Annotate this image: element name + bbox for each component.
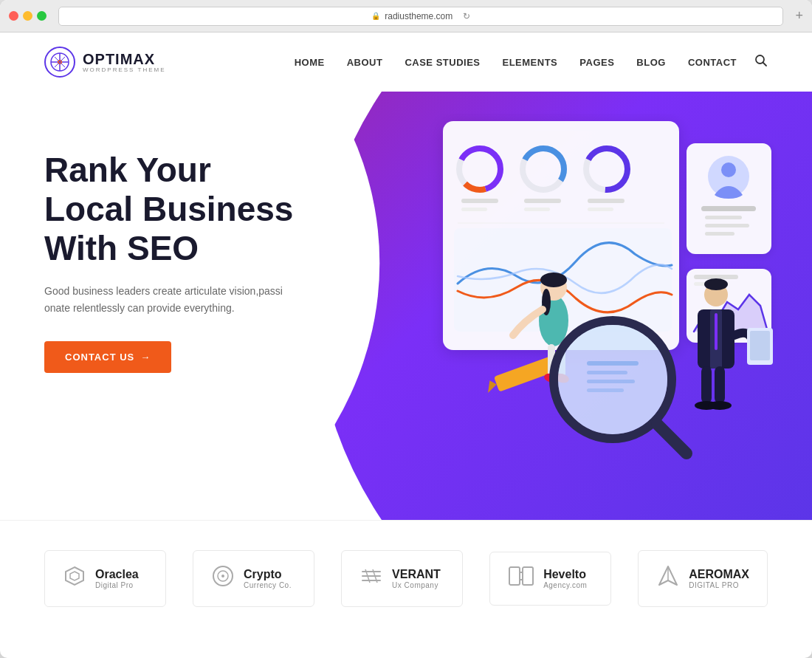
svg-rect-57	[701, 366, 712, 403]
hevelto-text: Hevelto Agency.com	[543, 568, 587, 589]
svg-point-37	[540, 273, 567, 287]
close-button[interactable]	[9, 11, 18, 21]
aeromax-sub: DIGITAL PRO	[689, 581, 749, 589]
nav-case-studies[interactable]: CASE STUDIES	[405, 57, 480, 68]
cta-label: CONTACT US	[65, 352, 134, 363]
nav-links: HOME ABOUT CASE STUDIES ELEMENTS PAGES B…	[295, 55, 737, 69]
contact-us-button[interactable]: CONTACT US →	[44, 341, 171, 373]
svg-point-60	[708, 401, 732, 410]
oraclea-text: Oraclea Digital Pro	[95, 568, 139, 589]
hero-content: Rank Your Local Business With SEO Good b…	[0, 92, 347, 417]
crypto-text: Crypto Currency Co.	[244, 568, 292, 589]
illustration-svg	[399, 114, 782, 483]
svg-rect-46	[587, 361, 639, 366]
verant-sub: Ux Company	[392, 581, 441, 589]
svg-rect-69	[509, 567, 520, 585]
crypto-icon	[211, 564, 235, 593]
site-content: OPTIMAX WORDPRESS THEME HOME ABOUT CASE …	[0, 32, 812, 637]
logo-text: OPTIMAX WORDPRESS THEME	[83, 51, 166, 74]
oraclea-icon	[63, 564, 86, 593]
svg-rect-18	[461, 208, 487, 211]
svg-point-54	[704, 278, 728, 290]
hevelto-name: Hevelto	[543, 568, 587, 581]
svg-rect-48	[587, 380, 635, 383]
svg-rect-58	[715, 366, 725, 403]
clients-strip: Oraclea Digital Pro Crypto Currency Co.	[0, 520, 812, 637]
svg-rect-52	[715, 313, 718, 350]
nav-elements[interactable]: ELEMENTS	[502, 57, 557, 68]
new-tab-button[interactable]: +	[795, 8, 803, 24]
browser-window: 🔒 radiustheme.com ↻ + OPTIM	[0, 0, 812, 658]
nav-contact[interactable]: CONTACT	[688, 57, 737, 68]
oraclea-sub: Digital Pro	[95, 581, 139, 589]
navbar: OPTIMAX WORDPRESS THEME HOME ABOUT CASE …	[0, 32, 812, 92]
traffic-lights	[9, 11, 47, 21]
browser-chrome: 🔒 radiustheme.com ↻ +	[0, 0, 812, 32]
lock-icon: 🔒	[371, 12, 380, 20]
nav-blog[interactable]: BLOG	[636, 57, 666, 68]
svg-line-45	[657, 424, 687, 453]
svg-rect-19	[524, 208, 550, 211]
svg-rect-56	[750, 331, 770, 360]
svg-rect-70	[523, 567, 533, 585]
refresh-icon[interactable]: ↻	[463, 11, 470, 21]
nav-pages[interactable]: PAGES	[579, 57, 614, 68]
svg-rect-17	[588, 199, 625, 203]
svg-rect-49	[587, 388, 624, 392]
svg-line-6	[763, 63, 767, 66]
verant-icon	[359, 564, 383, 593]
svg-rect-29	[705, 232, 734, 236]
aeromax-name: AEROMAX	[689, 568, 749, 581]
oraclea-name: Oraclea	[95, 568, 139, 581]
verant-name: VERANT	[392, 568, 441, 581]
hevelto-icon	[508, 566, 534, 592]
logo-name: OPTIMAX	[83, 51, 166, 67]
hero-description: Good business leaders create articulate …	[44, 283, 303, 318]
aeromax-text: AEROMAX DIGITAL PRO	[689, 568, 749, 589]
logo-subtitle: WORDPRESS THEME	[83, 67, 166, 74]
verant-text: VERANT Ux Company	[392, 568, 441, 589]
svg-rect-47	[587, 371, 627, 374]
logo-icon	[44, 47, 75, 78]
client-hevelto: Hevelto Agency.com	[489, 552, 611, 606]
logo-link[interactable]: OPTIMAX WORDPRESS THEME	[44, 47, 166, 78]
svg-point-25	[721, 162, 736, 177]
minimize-button[interactable]	[23, 11, 32, 21]
client-verant: VERANT Ux Company	[341, 550, 463, 607]
maximize-button[interactable]	[37, 11, 47, 21]
crypto-sub: Currency Co.	[244, 581, 292, 589]
search-button[interactable]	[754, 54, 768, 70]
nav-about[interactable]: ABOUT	[347, 57, 383, 68]
svg-rect-27	[705, 216, 742, 219]
svg-rect-15	[461, 199, 498, 203]
svg-rect-16	[524, 199, 561, 203]
svg-rect-28	[705, 224, 749, 227]
hero-title: Rank Your Local Business With SEO	[44, 151, 303, 268]
crypto-name: Crypto	[244, 568, 292, 581]
client-crypto: Crypto Currency Co.	[193, 550, 314, 607]
hero-section: Rank Your Local Business With SEO Good b…	[0, 92, 812, 520]
svg-rect-26	[701, 206, 756, 211]
nav-home[interactable]: HOME	[295, 57, 325, 68]
hevelto-sub: Agency.com	[543, 581, 587, 589]
client-aeromax: AEROMAX DIGITAL PRO	[638, 550, 768, 607]
aeromax-icon	[656, 564, 680, 593]
cta-arrow: →	[140, 352, 151, 363]
svg-point-63	[221, 575, 224, 578]
url-bar[interactable]: 🔒 radiustheme.com ↻	[58, 7, 783, 26]
hero-illustration	[399, 114, 782, 483]
svg-rect-20	[588, 208, 613, 211]
client-oraclea: Oraclea Digital Pro	[44, 550, 166, 607]
url-text: radiustheme.com	[385, 11, 453, 21]
